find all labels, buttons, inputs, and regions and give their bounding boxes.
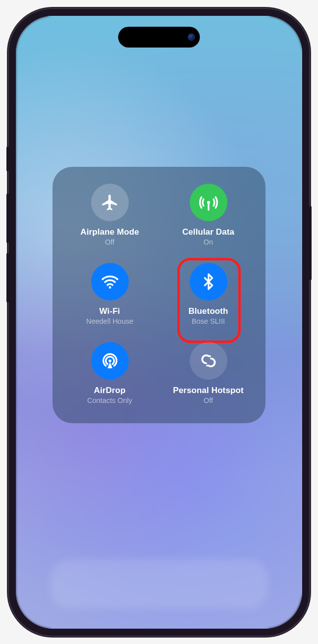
bluetooth-icon <box>190 263 227 300</box>
screen: Airplane Mode Off Cellular Data On <box>16 16 302 629</box>
dynamic-island <box>118 27 200 48</box>
airdrop-icon <box>91 342 129 380</box>
dock-blur <box>50 559 268 609</box>
svg-point-2 <box>108 286 111 289</box>
hotspot-title: Personal Hotspot <box>173 386 243 396</box>
cellular-data-toggle[interactable]: Cellular Data On <box>160 184 257 246</box>
volume-up-button <box>6 194 9 243</box>
hotspot-icon <box>190 342 227 380</box>
connectivity-panel: Airplane Mode Off Cellular Data On <box>53 167 265 423</box>
silent-switch <box>6 147 9 171</box>
airplane-mode-toggle[interactable]: Airplane Mode Off <box>61 184 158 246</box>
airdrop-sub: Contacts Only <box>87 396 132 404</box>
front-camera <box>188 34 195 41</box>
cellular-icon <box>190 184 227 221</box>
bluetooth-toggle[interactable]: Bluetooth Bose SLIII <box>160 263 257 325</box>
wifi-icon <box>91 263 129 300</box>
wifi-sub: Needell House <box>86 317 133 325</box>
wifi-toggle[interactable]: Wi-Fi Needell House <box>61 263 158 325</box>
airplane-title: Airplane Mode <box>80 227 139 237</box>
cellular-sub: On <box>204 238 213 246</box>
airdrop-toggle[interactable]: AirDrop Contacts Only <box>61 342 158 404</box>
phone-frame: Airplane Mode Off Cellular Data On <box>8 8 310 637</box>
airplane-sub: Off <box>105 238 114 246</box>
bluetooth-sub: Bose SLIII <box>192 317 225 325</box>
personal-hotspot-toggle[interactable]: Personal Hotspot Off <box>160 342 257 404</box>
cellular-title: Cellular Data <box>182 227 234 237</box>
airplane-icon <box>91 184 129 221</box>
wifi-title: Wi-Fi <box>100 306 120 316</box>
bluetooth-title: Bluetooth <box>188 306 228 316</box>
hotspot-sub: Off <box>204 396 213 404</box>
volume-down-button <box>6 253 9 302</box>
svg-point-3 <box>108 359 111 362</box>
airdrop-title: AirDrop <box>94 386 126 396</box>
side-button <box>309 206 312 280</box>
